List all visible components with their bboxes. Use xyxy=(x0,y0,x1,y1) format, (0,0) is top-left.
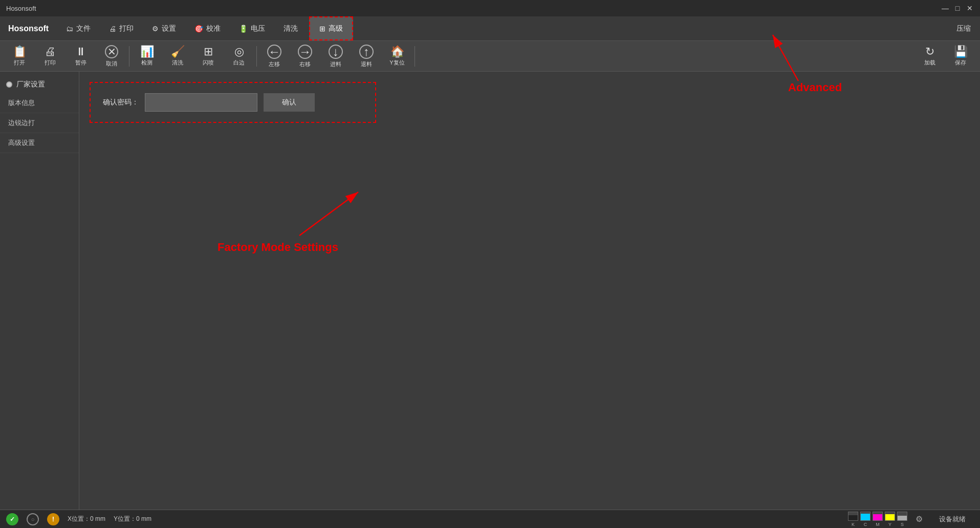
toolbar-sep-1 xyxy=(129,46,129,67)
ink-k-label: K xyxy=(852,522,855,527)
toolbar-left-label: 左移 xyxy=(269,60,280,68)
content-area: 厂家设置 版本信息 边锐边打 高级设置 确认密码： 确认 xyxy=(0,72,980,510)
sidebar-item-advanced[interactable]: 高级设置 xyxy=(0,133,79,153)
ink-s: S xyxy=(897,512,907,527)
pause-icon: ⏸ xyxy=(75,46,86,57)
ink-k: K xyxy=(848,512,858,527)
right-icon: → xyxy=(298,45,312,59)
menu-settings-label: 设置 xyxy=(162,24,176,33)
sidebar-item-sharpedge[interactable]: 边锐边打 xyxy=(0,113,79,133)
toolbar-detect-label: 检测 xyxy=(141,59,153,67)
menu-voltage[interactable]: 🔋 电压 xyxy=(230,16,274,40)
toolbar-left[interactable]: ← 左移 xyxy=(259,42,290,71)
toolbar-flash-label: 闪喷 xyxy=(203,59,214,67)
x-position: X位置：0 mm xyxy=(68,515,105,523)
ink-s-fill xyxy=(898,516,907,520)
ink-y: Y xyxy=(885,512,895,527)
menu-settings[interactable]: ⚙ 设置 xyxy=(143,16,185,40)
toolbar-retract[interactable]: ↑ 退料 xyxy=(351,42,382,71)
ink-c-fill xyxy=(861,514,870,520)
menu-print-label: 打印 xyxy=(119,24,134,33)
toolbar-save[interactable]: 💾 保存 xyxy=(945,42,976,71)
sidebar-item-version[interactable]: 版本信息 xyxy=(0,93,79,113)
ink-m: M xyxy=(873,512,883,527)
toolbar-sep-2 xyxy=(256,46,257,67)
ink-c: C xyxy=(860,512,870,527)
toolbar: 📋 打开 🖨 打印 ⏸ 暂停 ✕ 取消 📊 检测 🧹 清洗 ⊞ 闪喷 ◎ 白边 … xyxy=(0,41,980,72)
save-icon: 💾 xyxy=(954,46,968,57)
toolbar-pause[interactable]: ⏸ 暂停 xyxy=(66,42,96,71)
ink-c-bar xyxy=(860,512,870,521)
flash-icon: ⊞ xyxy=(204,46,213,57)
menu-calibrate-label: 校准 xyxy=(206,24,221,33)
retract-icon: ↑ xyxy=(359,45,374,59)
toolbar-feed-label: 进料 xyxy=(330,60,341,68)
ink-m-label: M xyxy=(876,522,880,527)
menu-advanced[interactable]: ⊞ 高级 xyxy=(309,16,353,40)
app-logo: Hosonsoft xyxy=(6,5,36,12)
toolbar-cancel[interactable]: ✕ 取消 xyxy=(96,42,127,71)
title-bar: Hosonsoft — □ ✕ xyxy=(0,0,980,16)
toolbar-feed[interactable]: ↓ 进料 xyxy=(320,42,351,71)
toolbar-pause-label: 暂停 xyxy=(75,59,86,67)
cancel-icon: ✕ xyxy=(105,45,118,58)
toolbar-print[interactable]: 🖨 打印 xyxy=(35,42,66,71)
close-button[interactable]: ✕ xyxy=(966,4,974,12)
menu-voltage-label: 电压 xyxy=(251,24,265,33)
feed-icon: ↓ xyxy=(329,45,343,59)
toolbar-save-label: 保存 xyxy=(955,59,966,67)
confirm-button[interactable]: 确认 xyxy=(264,93,315,112)
toolbar-load[interactable]: ↻ 加载 xyxy=(914,42,945,71)
ink-s-bar xyxy=(897,512,907,521)
print-icon: 🖨 xyxy=(109,25,116,33)
gear-icon[interactable]: ⚙ xyxy=(916,514,923,524)
toolbar-clean-label: 清洗 xyxy=(172,59,183,67)
password-label: 确认密码： xyxy=(103,98,139,107)
menu-clean[interactable]: 清洗 xyxy=(274,16,307,40)
menu-clean-label: 清洗 xyxy=(284,24,298,33)
menu-print[interactable]: 🖨 打印 xyxy=(100,16,143,40)
menu-bar: Hosonsoft 🗂 文件 🖨 打印 ⚙ 设置 🎯 校准 🔋 电压 清洗 ⊞ … xyxy=(0,16,980,41)
toolbar-yhome[interactable]: 🏠 Y复位 xyxy=(382,42,412,71)
toolbar-flash[interactable]: ⊞ 闪喷 xyxy=(193,42,224,71)
ink-m-bar xyxy=(873,512,883,521)
menu-file[interactable]: 🗂 文件 xyxy=(57,16,100,40)
password-input[interactable] xyxy=(145,93,257,112)
toolbar-cancel-label: 取消 xyxy=(106,60,117,68)
whiteedge-icon: ◎ xyxy=(234,46,244,57)
open-icon: 📋 xyxy=(13,46,27,57)
menu-compress[interactable]: 压缩 xyxy=(947,16,980,40)
detect-icon: 📊 xyxy=(140,46,154,57)
maximize-button[interactable]: □ xyxy=(953,4,962,12)
ink-k-bar xyxy=(848,512,858,521)
minimize-button[interactable]: — xyxy=(941,4,949,12)
toolbar-print-label: 打印 xyxy=(45,59,56,67)
password-box: 确认密码： 确认 xyxy=(90,82,376,123)
print-icon-toolbar: 🖨 xyxy=(45,46,56,57)
menu-advanced-label: 高级 xyxy=(329,24,343,33)
annotation-svg: Factory Mode Settings xyxy=(79,72,980,510)
calibrate-icon: 🎯 xyxy=(194,25,203,33)
sidebar: 厂家设置 版本信息 边锐边打 高级设置 xyxy=(0,72,79,510)
toolbar-right-label: 右移 xyxy=(299,60,311,68)
ink-s-label: S xyxy=(901,522,904,527)
window-controls: — □ ✕ xyxy=(941,4,974,12)
toolbar-sep-3 xyxy=(415,46,415,67)
clean-icon: 🧹 xyxy=(171,46,185,57)
main-content: 确认密码： 确认 Factory Mode Settings xyxy=(79,72,980,510)
settings-icon: ⚙ xyxy=(152,25,159,33)
toolbar-open-label: 打开 xyxy=(14,59,25,67)
device-status: 设备就绪 xyxy=(931,515,974,524)
toolbar-clean[interactable]: 🧹 清洗 xyxy=(162,42,193,71)
toolbar-detect[interactable]: 📊 检测 xyxy=(132,42,162,71)
menu-calibrate[interactable]: 🎯 校准 xyxy=(185,16,230,40)
toolbar-right[interactable]: → 右移 xyxy=(290,42,320,71)
toolbar-whiteedge[interactable]: ◎ 白边 xyxy=(224,42,254,71)
toolbar-whiteedge-label: 白边 xyxy=(233,59,245,67)
ink-k-fill xyxy=(848,515,858,520)
advanced-icon: ⊞ xyxy=(319,25,325,33)
toolbar-open[interactable]: 📋 打开 xyxy=(4,42,35,71)
ink-indicators: K C M Y S xyxy=(848,512,907,527)
ink-m-fill xyxy=(873,514,882,520)
y-position: Y位置：0 mm xyxy=(114,515,151,523)
